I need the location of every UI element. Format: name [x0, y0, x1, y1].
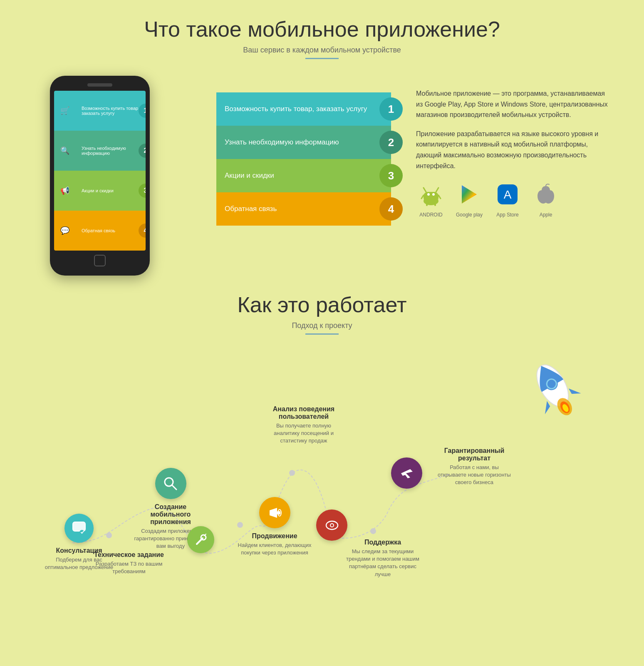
creation-title: Создание мобильного приложения	[137, 503, 204, 526]
phone-sidebar-chat: 💬	[54, 211, 76, 251]
feature-row-1: Возможность купить товар, заказать услуг…	[76, 91, 146, 131]
section1: Что такое мобильное приложение? Ваш серв…	[0, 0, 644, 284]
support-title: Поддержка	[364, 539, 401, 546]
svg-line-9	[438, 195, 441, 199]
analytics-title: Анализ поведения пользователей	[266, 405, 341, 420]
feature-item-2: Узнать необходимую информацию 2	[216, 126, 391, 159]
section2-title: Как это работает	[238, 292, 407, 317]
consultation-icon	[64, 514, 94, 543]
subtitle: Ваш сервис в каждом мобильном устройстве	[243, 46, 401, 55]
node-eye	[316, 509, 347, 545]
eye-icon	[316, 509, 347, 541]
google-play-icon	[454, 179, 484, 209]
result-title: Гарантированный результат	[433, 447, 516, 462]
node-flight	[391, 457, 422, 493]
feature-label-3: Акции и скидки	[225, 171, 391, 180]
android-label: ANDROID	[419, 212, 442, 218]
section2: Как это работает Подход к проекту Консул…	[0, 284, 644, 647]
apple-label: Apple	[540, 212, 552, 218]
feature-text-1: Возможность купить товар, заказать услуг…	[82, 106, 146, 116]
phone-notch	[87, 83, 112, 87]
content-row: 🛒 🔍 📢 💬 Возможность купить товар, заказа…	[33, 76, 611, 276]
feature-row-2: Узнать необходимую информацию 2	[76, 131, 146, 171]
svg-marker-10	[462, 185, 477, 204]
svg-rect-1	[424, 192, 438, 202]
support-dot	[370, 528, 376, 534]
phone-screen: 🛒 🔍 📢 💬 Возможность купить товар, заказа…	[54, 91, 146, 251]
google-play-label: Google play	[456, 212, 483, 218]
rocket-icon	[513, 346, 601, 440]
store-apple: Apple	[531, 179, 561, 218]
node-analytics-dot	[289, 470, 295, 479]
svg-point-5	[432, 193, 435, 196]
phone-sidebar-cart: 🛒	[54, 91, 76, 131]
node-tz: Техническое задание Разработаем ТЗ по ва…	[92, 551, 166, 575]
feature-number-3: 3	[139, 184, 146, 198]
main-title: Что такое мобильное приложение?	[144, 17, 500, 42]
workflow-diagram: Консультация Подберем для вас оптимально…	[33, 347, 611, 630]
phone-sidebar: 🛒 🔍 📢 💬	[54, 91, 76, 251]
app-store-label: App Store	[496, 212, 518, 218]
promotion-title: Продвижение	[252, 532, 297, 540]
svg-rect-13	[73, 522, 85, 531]
app-store-icon: A	[493, 179, 523, 209]
phone-wrapper: 🛒 🔍 📢 💬 Возможность купить товар, заказа…	[33, 76, 166, 276]
store-google-play: Google play	[454, 179, 484, 218]
feature-number-4: 4	[139, 224, 146, 238]
tools-icon	[187, 526, 214, 553]
node-promotion: Продвижение Найдем клиентов, делающих по…	[237, 497, 312, 557]
svg-line-8	[421, 195, 424, 199]
tz-dot	[106, 532, 112, 538]
phone-features-panel: Возможность купить товар, заказать услуг…	[76, 91, 146, 251]
svg-line-2	[424, 188, 426, 192]
analytics-desc: Вы получаете полную аналитику посещений …	[266, 422, 341, 445]
description-paragraph-2: Приложение разрабатывается на языке высо…	[416, 129, 611, 171]
promotion-icon	[259, 497, 290, 528]
node-analytics: Анализ поведения пользователей Вы получа…	[266, 405, 341, 445]
phone-sidebar-megaphone: 📢	[54, 171, 76, 211]
store-icons-row: ANDROID	[416, 179, 611, 218]
feature-label-1: Возможность купить товар, заказать услуг…	[225, 105, 391, 113]
node-support-dot	[370, 528, 376, 537]
feature-text-3: Акции и скидки	[82, 188, 146, 193]
section2-divider	[305, 333, 339, 335]
node-tz-dot	[106, 532, 112, 542]
feature-label-4: Обратная связь	[225, 205, 391, 213]
feature-text-4: Обратная связь	[82, 228, 146, 233]
svg-point-24	[331, 524, 333, 527]
feature-row-3: Акции и скидки 3	[76, 171, 146, 211]
apple-icon	[531, 179, 561, 209]
feature-label-2: Узнать необходимую информацию	[225, 138, 391, 147]
phone-home-button	[94, 255, 106, 266]
subtitle-divider	[305, 58, 339, 59]
svg-point-15	[79, 530, 84, 535]
feature-item-1: Возможность купить товар, заказать услуг…	[216, 92, 391, 126]
feature-num-3: 3	[379, 164, 403, 187]
support-desc: Мы следим за текущими трендами и помогае…	[345, 548, 420, 578]
analytics-dot	[289, 470, 295, 476]
feature-item-4: Обратная связь 4	[216, 192, 391, 226]
feature-num-2: 2	[379, 131, 403, 154]
node-support: Поддержка Мы следим за текущими трендами…	[345, 539, 420, 578]
store-app-store: A App Store	[493, 179, 523, 218]
result-desc: Работая с нами, вы открываете новые гори…	[437, 464, 512, 487]
svg-marker-19	[270, 508, 277, 518]
svg-line-17	[172, 485, 176, 490]
feature-num-4: 4	[379, 197, 403, 221]
features-list: Возможность купить товар, заказать услуг…	[216, 92, 391, 226]
description-paragraph-1: Мобильное приложение — это программа, ус…	[416, 88, 611, 120]
node-result: Гарантированный результат Работая с нами…	[433, 447, 516, 487]
flight-icon	[391, 457, 422, 489]
phone-mockup: 🛒 🔍 📢 💬 Возможность купить товар, заказа…	[50, 76, 150, 276]
creation-icon	[155, 468, 186, 499]
section2-subtitle: Подход к проекту	[292, 321, 352, 330]
feature-text-2: Узнать необходимую информацию	[82, 146, 146, 156]
promotion-desc: Найдем клиентов, делающих покупки через …	[237, 542, 312, 557]
svg-text:A: A	[504, 188, 512, 201]
android-icon	[416, 179, 446, 209]
svg-point-18	[201, 535, 206, 540]
tz-desc: Разработаем ТЗ по вашим требованиям	[92, 560, 166, 575]
node-tools	[187, 526, 214, 557]
tz-title: Техническое задание	[94, 551, 164, 559]
description-column: Мобильное приложение — это программа, ус…	[416, 76, 611, 218]
